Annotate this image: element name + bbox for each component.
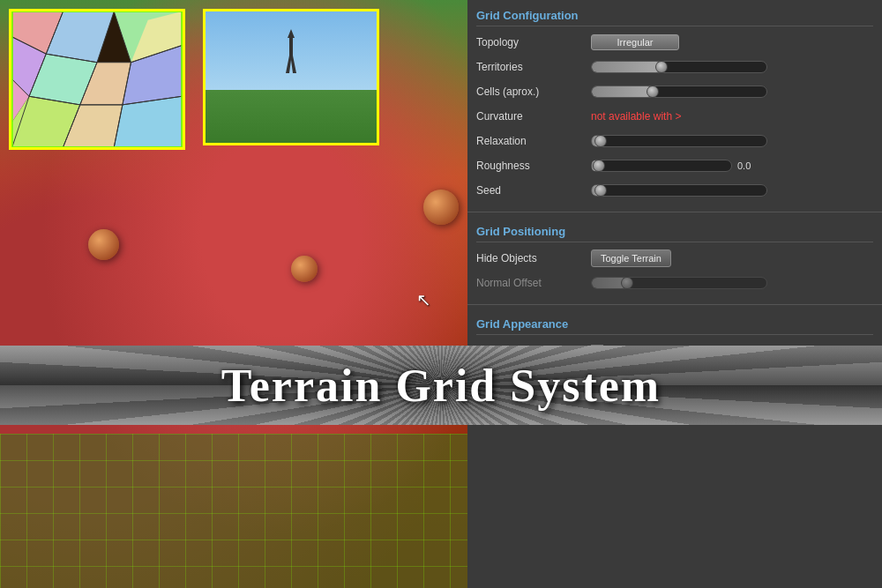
roughness-slider[interactable] — [591, 160, 732, 172]
normal-offset-row: Normal Offset — [476, 271, 873, 295]
grid-config-header: Grid Configuration — [476, 5, 873, 26]
voronoi-preview[interactable] — [9, 9, 185, 150]
sphere-3 — [88, 229, 119, 260]
cells-row: Cells (aprox.) — [476, 79, 873, 104]
cells-control — [591, 86, 873, 98]
right-panel: Grid Configuration Topology Irregular Te… — [467, 0, 882, 588]
banner-text: Terrain Grid System — [221, 360, 661, 412]
grid-positioning-section: Grid Positioning Hide Objects Toggle Ter… — [467, 216, 882, 301]
divider-2 — [467, 304, 882, 305]
relaxation-control — [591, 135, 873, 147]
grid-config-section: Grid Configuration Topology Irregular Te… — [467, 0, 882, 208]
relaxation-slider[interactable] — [591, 135, 767, 147]
toggle-terrain-button[interactable]: Toggle Terrain — [591, 249, 671, 267]
topology-control: Irregular — [591, 34, 873, 50]
seed-row: Seed — [476, 178, 873, 203]
curvature-row: Curvature not available with > — [476, 104, 873, 129]
roughness-value: 0.0 — [737, 160, 768, 171]
relaxation-label: Relaxation — [476, 135, 591, 147]
grid-positioning-header: Grid Positioning — [476, 221, 873, 242]
cells-slider[interactable] — [591, 86, 767, 98]
curvature-label: Curvature — [476, 110, 591, 123]
hide-objects-control: Toggle Terrain — [591, 249, 873, 267]
grid-appearance-header: Grid Appearance — [476, 314, 873, 335]
seed-slider[interactable] — [591, 184, 767, 197]
divider-1 — [467, 212, 882, 212]
hide-objects-row: Hide Objects Toggle Terrain — [476, 246, 873, 271]
normal-offset-slider[interactable] — [591, 277, 767, 289]
roughness-row: Roughness 0.0 — [476, 153, 873, 178]
normal-offset-label: Normal Offset — [476, 277, 591, 289]
cells-label: Cells (aprox.) — [476, 86, 591, 98]
normal-offset-control — [591, 277, 873, 289]
curvature-not-available: not available with > — [591, 110, 681, 123]
topology-dropdown[interactable]: Irregular — [591, 34, 679, 50]
territories-control — [591, 61, 873, 73]
territories-label: Territories — [476, 61, 591, 73]
sphere-1 — [423, 190, 459, 225]
sphere-2 — [291, 256, 318, 282]
seed-label: Seed — [476, 184, 591, 197]
3d-viewport[interactable]: ↖ — [0, 0, 467, 588]
roughness-label: Roughness — [476, 160, 591, 172]
topology-label: Topology — [476, 36, 591, 48]
banner: Terrain Grid System — [0, 346, 882, 425]
territories-row: Territories — [476, 55, 873, 79]
roughness-control: 0.0 — [591, 160, 873, 172]
curvature-control: not available with > — [591, 110, 873, 123]
scene-preview[interactable] — [203, 9, 379, 145]
relaxation-row: Relaxation — [476, 129, 873, 153]
hide-objects-label: Hide Objects — [476, 252, 591, 264]
territories-slider[interactable] — [591, 61, 767, 73]
svg-rect-24 — [0, 434, 467, 588]
topology-row: Topology Irregular — [476, 30, 873, 55]
scene-ground — [206, 90, 377, 143]
grid-lines — [0, 434, 467, 588]
seed-control — [591, 184, 873, 197]
